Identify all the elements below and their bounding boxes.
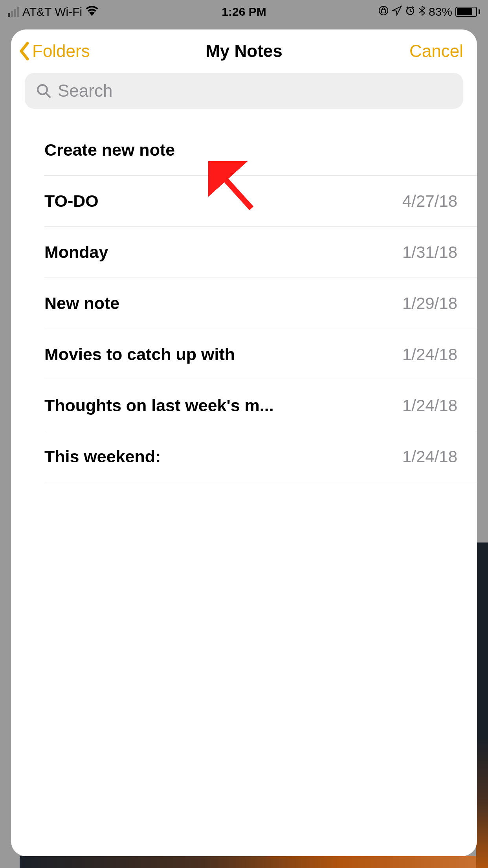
notes-sheet: Folders My Notes Cancel Create new note … bbox=[11, 29, 477, 856]
row-title: Monday bbox=[44, 243, 108, 262]
cancel-button[interactable]: Cancel bbox=[409, 41, 463, 61]
row-date: 1/24/18 bbox=[402, 396, 457, 415]
notes-list: Create new note TO-DO 4/27/18 Monday 1/3… bbox=[11, 125, 477, 482]
background-peek bbox=[476, 542, 488, 868]
note-row[interactable]: This weekend: 1/24/18 bbox=[44, 431, 477, 482]
note-row[interactable]: Movies to catch up with 1/24/18 bbox=[44, 329, 477, 380]
location-icon bbox=[392, 5, 402, 18]
clock: 1:26 PM bbox=[222, 5, 266, 18]
back-button[interactable]: Folders bbox=[18, 41, 90, 61]
row-date: 1/31/18 bbox=[402, 243, 457, 262]
search-input[interactable] bbox=[58, 81, 452, 101]
row-title: Movies to catch up with bbox=[44, 345, 235, 364]
note-row[interactable]: Thoughts on last week's m... 1/24/18 bbox=[44, 380, 477, 431]
search-bar[interactable] bbox=[25, 73, 463, 109]
chevron-left-icon bbox=[18, 42, 30, 61]
wifi-icon bbox=[85, 5, 99, 19]
orientation-lock-icon bbox=[378, 5, 389, 18]
search-icon bbox=[36, 83, 51, 99]
page-title: My Notes bbox=[205, 41, 283, 61]
background-peek bbox=[20, 856, 476, 868]
nav-bar: Folders My Notes Cancel bbox=[11, 41, 477, 73]
bluetooth-icon bbox=[418, 5, 426, 19]
note-row[interactable]: Monday 1/31/18 bbox=[44, 227, 477, 278]
row-title: New note bbox=[44, 294, 119, 313]
alarm-icon bbox=[405, 5, 415, 18]
carrier-label: AT&T Wi-Fi bbox=[22, 5, 82, 18]
row-title: Thoughts on last week's m... bbox=[44, 396, 274, 415]
status-bar: AT&T Wi-Fi 1:26 PM 83% bbox=[0, 0, 488, 24]
row-date: 1/29/18 bbox=[402, 294, 457, 313]
row-date: 1/24/18 bbox=[402, 447, 457, 466]
signal-icon bbox=[8, 7, 19, 17]
svg-line-3 bbox=[46, 93, 50, 97]
row-title: Create new note bbox=[44, 140, 175, 160]
row-date: 4/27/18 bbox=[402, 192, 457, 211]
create-new-note-row[interactable]: Create new note bbox=[44, 125, 477, 176]
back-label: Folders bbox=[32, 41, 90, 61]
row-title: This weekend: bbox=[44, 447, 161, 466]
row-title: TO-DO bbox=[44, 191, 99, 211]
note-row[interactable]: TO-DO 4/27/18 bbox=[44, 176, 477, 227]
note-row[interactable]: New note 1/29/18 bbox=[44, 278, 477, 329]
row-date: 1/24/18 bbox=[402, 345, 457, 364]
battery-icon bbox=[455, 7, 480, 17]
battery-percent: 83% bbox=[429, 5, 452, 18]
